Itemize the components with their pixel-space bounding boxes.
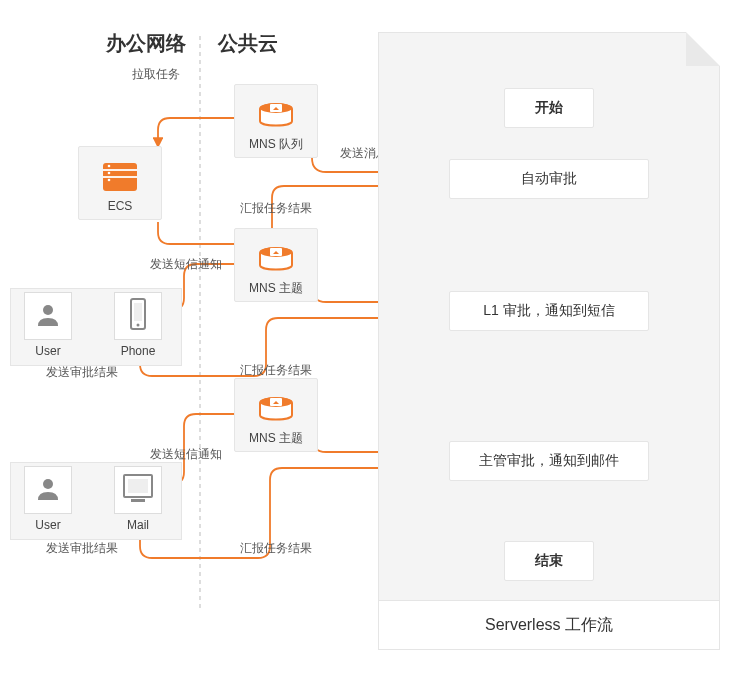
mns-queue-caption: MNS 队列 [249,136,303,153]
svg-point-14 [108,179,111,182]
workflow-title: Serverless 工作流 [379,600,719,649]
mail-caption: Mail [108,518,168,532]
svg-point-13 [108,172,111,175]
svg-rect-11 [103,176,137,178]
svg-point-12 [108,165,111,168]
flow-step-end: 结束 [504,541,594,581]
mns-topic-1-caption: MNS 主题 [249,280,303,297]
mns-queue-icon [253,94,299,134]
ecs-caption: ECS [108,199,133,213]
node-mns-topic-1: MNS 主题 [234,228,318,302]
svg-point-19 [43,305,53,315]
node-ecs: ECS [78,146,162,220]
label-sms-notify-1: 发送短信通知 [150,256,222,273]
user-icon [33,473,63,507]
svg-point-22 [137,324,140,327]
section-title-office: 办公网络 [106,30,186,57]
ecs-icon [97,157,143,197]
flow-step-manager-approval: 主管审批，通知到邮件 [449,441,649,481]
svg-rect-10 [103,169,137,171]
diagram-canvas: 办公网络 公共云 拉取任务 发送消息 汇报任务结果 发送短信通知 汇报任务结果 … [0,0,746,686]
node-mns-queue: MNS 队列 [234,84,318,158]
svg-rect-21 [134,303,142,321]
label-pull-task: 拉取任务 [132,66,180,83]
label-report-3: 汇报任务结果 [240,540,312,557]
label-sms-notify-2: 发送短信通知 [150,446,222,463]
phone-icon [126,297,150,335]
flow-step-l1-approval: L1 审批，通知到短信 [449,291,649,331]
user-1-caption: User [18,344,78,358]
mail-icon [119,471,157,509]
label-send-approval-1: 发送审批结果 [46,364,118,381]
label-send-approval-2: 发送审批结果 [46,540,118,557]
node-mail: Mail [108,466,168,532]
section-title-cloud: 公共云 [218,30,278,57]
node-user-1: User [18,292,78,358]
svg-rect-28 [131,499,145,502]
user-2-caption: User [18,518,78,532]
svg-point-25 [43,479,53,489]
label-report-1: 汇报任务结果 [240,200,312,217]
label-report-2: 汇报任务结果 [240,362,312,379]
node-phone: Phone [108,292,168,358]
flow-step-auto-approval: 自动审批 [449,159,649,199]
serverless-workflow-panel: 开始 自动审批 L1 审批，通知到短信 主管审批，通知到邮件 结束 Server… [378,32,720,650]
user-icon [33,299,63,333]
flow-step-start: 开始 [504,88,594,128]
mns-topic-icon [253,388,299,428]
mns-topic-2-caption: MNS 主题 [249,430,303,447]
node-user-2: User [18,466,78,532]
node-mns-topic-2: MNS 主题 [234,378,318,452]
phone-caption: Phone [108,344,168,358]
svg-rect-27 [128,479,148,493]
mns-topic-icon [253,238,299,278]
